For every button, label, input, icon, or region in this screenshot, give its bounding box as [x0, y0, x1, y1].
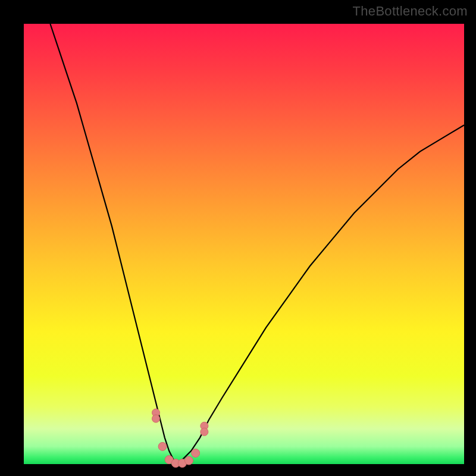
plot-area [24, 24, 464, 464]
curve-marker [201, 428, 208, 436]
curve-marker [158, 442, 167, 450]
curve-marker [152, 415, 160, 422]
chart-frame: TheBottleneck.com [0, 0, 476, 476]
chart-svg [24, 24, 464, 464]
bottleneck-curve [50, 24, 464, 464]
curve-marker [192, 449, 200, 458]
watermark-text: TheBottleneck.com [353, 4, 468, 19]
curve-marker [185, 456, 193, 465]
